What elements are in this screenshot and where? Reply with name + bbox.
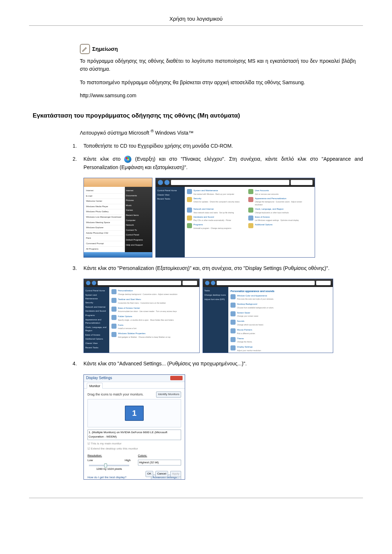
page-header: Χρήση του λογισμικού <box>29 15 363 23</box>
control-panel-screenshot: Control Panel HomeClassic ViewRecent Tas… <box>155 178 315 258</box>
note-paragraph-2: Το πιστοποιημένο πρόγραμμα οδήγησης θα β… <box>80 78 356 86</box>
colors-select: Highest (32 bit) <box>138 460 181 466</box>
ok-button: OK <box>146 471 154 477</box>
step-2-num: 2. <box>73 155 83 171</box>
display-settings-screenshot: Display Settings Monitor Drag the icons … <box>83 374 185 480</box>
note-label: Σημείωση <box>92 45 118 53</box>
section-title: Εγκατάσταση του προγράμματος οδήγησης τη… <box>33 111 363 120</box>
step-4-num: 4. <box>73 360 83 368</box>
note-header: Σημείωση <box>80 44 356 54</box>
monitor-1-icon: 1 <box>125 406 144 421</box>
best-display-link: How do I get the best display? <box>87 475 126 480</box>
step-1: 1. Τοποθετήστε το CD του Εγχειρίδιου χρή… <box>73 142 363 150</box>
step-1-text: Τοποθετήστε το CD του Εγχειρίδιου χρήσης… <box>83 142 363 150</box>
step-4: 4. Κάντε κλικ στο "Advanced Settings... … <box>73 360 363 368</box>
figure-row-3: Display Settings Monitor Drag the icons … <box>83 374 363 480</box>
resolution-high: High <box>125 458 131 463</box>
step-3-text: Κάντε κλικ στο "Personalization (Εξατομί… <box>83 264 363 272</box>
os-post: Windows Vista™ <box>154 130 193 135</box>
resolution-label: Resolution: <box>87 454 102 457</box>
colors-label: Colors: <box>138 454 147 457</box>
step-1-num: 1. <box>73 142 83 150</box>
resolution-value: 1280 by 1024 pixels <box>87 467 131 472</box>
resolution-slider <box>89 465 129 466</box>
start-menu-screenshot: InternetE-mailWelcome CenterWindows Medi… <box>83 178 152 258</box>
note-block: Σημείωση Το πρόγραμμα οδήγησης της οθόνη… <box>80 44 356 100</box>
cancel-button: Cancel <box>155 471 168 477</box>
display-settings-title: Display Settings <box>86 375 112 381</box>
step-2-pre: Κάντε κλικ στο <box>83 156 124 162</box>
identify-monitors-button: Identify Monitors <box>156 391 181 398</box>
extend-desktop-checkbox: ☑ Extend the desktop onto this monitor <box>87 447 181 451</box>
os-line: Λειτουργικό σύστημα Microsoft ® Windows … <box>80 128 356 137</box>
figure-row-1: InternetE-mailWelcome CenterWindows Medi… <box>83 178 363 258</box>
bottom-rule <box>29 498 363 498</box>
registered-symbol: ® <box>151 128 154 133</box>
note-url: http://www.samsung.com <box>80 91 356 99</box>
monitor-preview-area: 1 <box>87 399 181 427</box>
appearance-personalization-screenshot: Control Panel HomeSystem and Maintenance… <box>83 279 200 353</box>
close-icon <box>170 376 183 380</box>
step-3-num: 3. <box>73 264 83 272</box>
step-4-text: Κάντε κλικ στο "Advanced Settings... (Ρυ… <box>83 360 363 368</box>
resolution-low: Low <box>87 458 93 463</box>
figure-row-2: Control Panel HomeSystem and Maintenance… <box>83 279 363 353</box>
drag-instruction: Drag the icons to match your monitors. <box>87 392 144 397</box>
windows-start-icon <box>124 156 131 163</box>
pencil-note-icon <box>80 44 90 54</box>
monitor-tab: Monitor <box>87 383 103 389</box>
apply-button: Apply <box>170 471 181 477</box>
step-2: 2. Κάντε κλικ στο (Εναρξη) και στο "Πίνα… <box>73 155 363 171</box>
personalization-screenshot: TasksChange desktop iconsAdjust font siz… <box>203 279 333 353</box>
os-pre: Λειτουργικό σύστημα Microsoft <box>80 130 151 135</box>
main-monitor-checkbox: ☑ This is my main monitor <box>87 442 181 446</box>
monitor-select: 1. (Multiple Monitors) on NVIDIA GeForce… <box>87 430 181 440</box>
note-paragraph-1: Το πρόγραμμα οδήγησης της οθόνης διαθέτε… <box>80 57 356 73</box>
top-rule <box>29 25 363 26</box>
step-2-text: Κάντε κλικ στο (Εναρξη) και στο "Πίνακας… <box>83 155 363 171</box>
step-3: 3. Κάντε κλικ στο "Personalization (Εξατ… <box>73 264 363 272</box>
